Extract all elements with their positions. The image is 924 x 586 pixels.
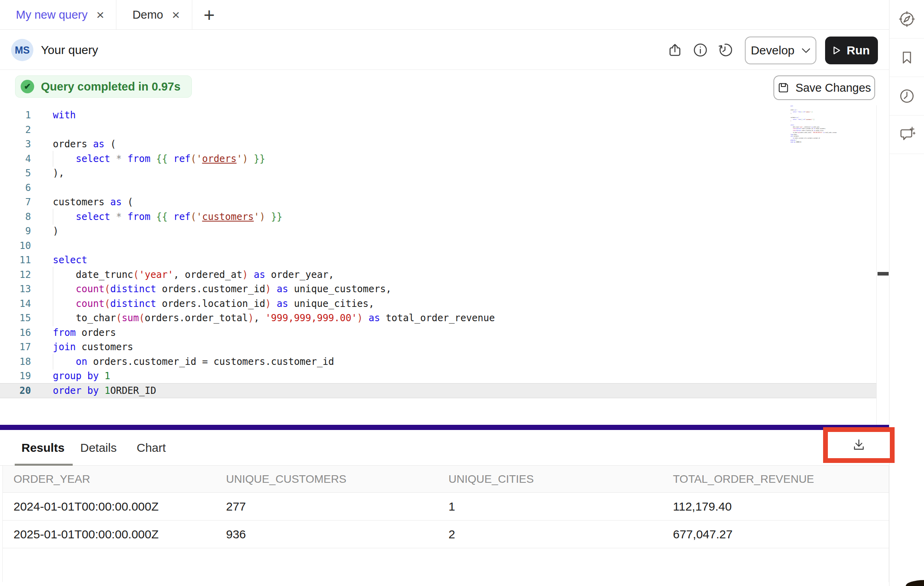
code-text: select * from {{ ref('customers') }} [53,210,282,224]
code-text: group by 1 [53,369,110,384]
code-text: select [53,253,87,268]
line-number: 16 [0,326,31,340]
download-button[interactable] [851,437,867,453]
table-cell: 112,179.40 [673,500,889,513]
code-text [53,181,58,195]
line-number: 13 [0,282,31,297]
save-changes-label: Save Changes [795,81,871,94]
close-icon[interactable]: × [97,8,104,21]
line-number: 17 [0,340,31,355]
code-line[interactable]: 3orders as ( [0,137,876,152]
code-line[interactable]: 13 count(distinct orders.customer_id) as… [0,282,876,297]
line-number: 19 [0,369,31,384]
panel-resize-divider[interactable] [0,425,889,430]
table-cell: 1 [448,500,673,513]
line-number: 8 [0,210,31,224]
scrollbar-handle[interactable] [878,272,889,276]
save-changes-button[interactable]: Save Changes [773,75,875,100]
minimap[interactable]: with orders as ( select * from {{ ref('o… [791,105,838,146]
tab-strip: My new query×Demo×+ [0,0,889,30]
status-badge: ✔ Query completed in 0.97s [15,75,192,98]
query-toolbar: MS Your query Develop [0,30,889,70]
info-icon[interactable] [693,42,708,58]
editor-scrollbar[interactable] [876,105,889,425]
code-line[interactable]: 14 count(distinct orders.location_id) as… [0,297,876,311]
sidebar-item-bookmarks[interactable] [889,39,924,77]
tab-demo[interactable]: Demo× [116,0,192,29]
sql-editor[interactable]: ✔ Query completed in 0.97s Save Changes … [0,70,889,425]
tab-label: My new query [16,8,88,21]
feedback-sparkle-icon [898,125,916,144]
develop-label: Develop [751,44,794,57]
tab-details[interactable]: Details [80,430,117,465]
table-cell: 2025-01-01T00:00:00.000Z [3,528,226,541]
avatar: MS [11,39,33,61]
download-button-annotation [823,427,895,463]
results-tab-bar: ResultsDetailsChart [0,430,889,466]
code-text: ), [53,166,64,181]
code-line[interactable]: 2 [0,123,876,137]
code-text: orders as ( [53,137,116,152]
tab-results[interactable]: Results [21,430,64,465]
table-cell: 677,047.27 [673,528,889,541]
close-icon[interactable]: × [172,8,180,21]
sidebar-item-explore[interactable] [889,0,924,39]
table-header-row: ORDER_YEARUNIQUE_CUSTOMERSUNIQUE_CITIEST… [3,466,889,493]
sidebar-item-recent[interactable] [889,77,924,116]
code-line[interactable]: 5), [0,166,876,181]
status-badge-text: Query completed in 0.97s [41,80,180,93]
code-line[interactable]: 10 [0,239,876,253]
code-text: to_char(sum(orders.order_total), '999,99… [53,311,495,326]
share-icon[interactable] [667,42,682,58]
line-number: 1 [0,108,31,123]
line-number: 20 [0,384,31,398]
sidebar-item-feedback[interactable] [889,116,924,154]
compass-icon [898,10,916,28]
code-text: date_trunc('year', ordered_at) as order_… [53,268,334,282]
line-number: 12 [0,268,31,282]
code-line[interactable]: 8 select * from {{ ref('customers') }} [0,210,876,224]
check-circle-icon: ✔ [21,80,34,93]
right-icon-sidebar [889,0,924,586]
code-line[interactable]: 6 [0,181,876,195]
code-line[interactable]: 20order by 1ORDER_ID [0,384,876,398]
table-cell: 2 [448,528,673,541]
table-cell: 936 [226,528,448,541]
code-line[interactable]: 4 select * from {{ ref('orders') }} [0,152,876,166]
plus-icon: + [204,4,215,26]
minimap-code: with orders as ( select * from {{ ref('o… [791,105,838,143]
line-number: 11 [0,253,31,268]
download-icon [851,437,867,453]
code-line[interactable]: 15 to_char(sum(orders.order_total), '999… [0,311,876,326]
code-text: order by 1ORDER_ID [53,384,156,398]
code-text: ) [53,224,58,239]
tab-my-new-query[interactable]: My new query× [0,0,116,29]
code-line[interactable]: 9) [0,224,876,239]
code-line[interactable]: 17join customers [0,340,876,355]
column-header: TOTAL_ORDER_REVENUE [673,473,889,486]
code-text: with [53,108,76,123]
history-icon[interactable] [717,42,733,58]
column-header: ORDER_YEAR [3,473,226,486]
table-row: 2025-01-01T00:00:00.000Z9362677,047.27 [3,520,889,548]
code-line[interactable]: 1with [0,108,876,123]
main-content: My new query×Demo×+ MS Your query [0,0,889,586]
new-tab-button[interactable]: + [192,0,226,29]
code-line[interactable]: 18 on orders.customer_id = customers.cus… [0,355,876,369]
code-line[interactable]: 16from orders [0,326,876,340]
code-text: select * from {{ ref('orders') }} [53,152,265,166]
tab-chart[interactable]: Chart [137,430,166,465]
code-line[interactable]: 11select [0,253,876,268]
code-line[interactable]: 12 date_trunc('year', ordered_at) as ord… [0,268,876,282]
code-line[interactable]: 19group by 1 [0,369,876,384]
line-number: 10 [0,239,31,253]
line-number: 7 [0,195,31,210]
line-number: 14 [0,297,31,311]
code-text: from orders [53,326,116,340]
code-block[interactable]: 1with2 3orders as (4 select * from {{ re… [0,108,876,398]
code-line[interactable]: 7customers as ( [0,195,876,210]
run-button[interactable]: Run [825,37,878,64]
develop-dropdown[interactable]: Develop [745,37,816,64]
code-text: count(distinct orders.customer_id) as un… [53,282,392,297]
table-cell: 277 [226,500,448,513]
